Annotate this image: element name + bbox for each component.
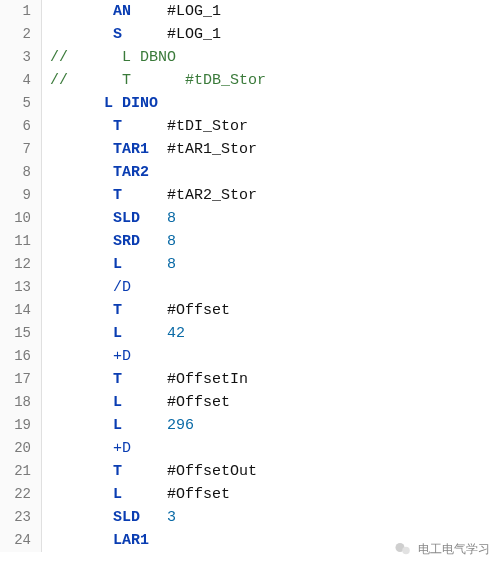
opcode: SLD	[113, 506, 167, 529]
line-number: 17	[0, 368, 42, 391]
operand: 8	[167, 230, 176, 253]
code-line[interactable]: 12 L8	[0, 253, 500, 276]
code-content[interactable]: TAR1#tAR1_Stor	[42, 138, 257, 161]
code-line[interactable]: 17 T#OffsetIn	[0, 368, 500, 391]
code-content[interactable]: T#OffsetIn	[42, 368, 248, 391]
line-number: 7	[0, 138, 42, 161]
code-line[interactable]: 23 SLD3	[0, 506, 500, 529]
code-content[interactable]: AN#LOG_1	[42, 0, 221, 23]
code-content[interactable]: S#LOG_1	[42, 23, 221, 46]
line-number: 15	[0, 322, 42, 345]
code-line[interactable]: 8 TAR2	[0, 161, 500, 184]
indent	[50, 253, 113, 276]
opcode: +D	[113, 345, 167, 368]
operand: 42	[167, 322, 185, 345]
code-line[interactable]: 2 S#LOG_1	[0, 23, 500, 46]
line-number: 6	[0, 115, 42, 138]
code-line[interactable]: 6 T#tDI_Stor	[0, 115, 500, 138]
operand: #Offset	[167, 483, 230, 506]
opcode: +D	[113, 437, 167, 460]
code-content[interactable]: L DINO	[42, 92, 158, 115]
code-content[interactable]: TAR2	[42, 161, 167, 184]
comment-text: // T #tDB_Stor	[50, 69, 266, 92]
code-content[interactable]: T#tAR2_Stor	[42, 184, 257, 207]
opcode: TAR2	[113, 161, 167, 184]
indent	[50, 276, 113, 299]
code-line[interactable]: 22 L#Offset	[0, 483, 500, 506]
opcode: L	[113, 414, 167, 437]
indent	[50, 92, 104, 115]
code-line[interactable]: 5 L DINO	[0, 92, 500, 115]
code-content[interactable]: L8	[42, 253, 176, 276]
line-number: 1	[0, 0, 42, 23]
code-content[interactable]: +D	[42, 437, 167, 460]
code-content[interactable]: L42	[42, 322, 185, 345]
code-content[interactable]: /D	[42, 276, 167, 299]
line-number: 24	[0, 529, 42, 552]
line-number: 11	[0, 230, 42, 253]
line-number: 23	[0, 506, 42, 529]
indent	[50, 529, 113, 552]
indent	[50, 322, 113, 345]
operand: #OffsetIn	[167, 368, 248, 391]
comment-text: // L DBNO	[50, 46, 176, 69]
line-number: 22	[0, 483, 42, 506]
code-line[interactable]: 21 T#OffsetOut	[0, 460, 500, 483]
line-number: 2	[0, 23, 42, 46]
code-line[interactable]: 15 L42	[0, 322, 500, 345]
opcode: L DINO	[104, 92, 158, 115]
code-content[interactable]: SRD8	[42, 230, 176, 253]
code-line[interactable]: 4// T #tDB_Stor	[0, 69, 500, 92]
indent	[50, 23, 113, 46]
code-line[interactable]: 13 /D	[0, 276, 500, 299]
code-content[interactable]: // L DBNO	[42, 46, 176, 69]
opcode: T	[113, 115, 167, 138]
indent	[50, 506, 113, 529]
opcode: T	[113, 460, 167, 483]
code-line[interactable]: 14 T#Offset	[0, 299, 500, 322]
code-content[interactable]: L#Offset	[42, 483, 230, 506]
code-content[interactable]: L296	[42, 414, 194, 437]
opcode: SRD	[113, 230, 167, 253]
opcode: L	[113, 322, 167, 345]
code-content[interactable]: T#Offset	[42, 299, 230, 322]
code-line[interactable]: 1 AN#LOG_1	[0, 0, 500, 23]
code-content[interactable]: T#tDI_Stor	[42, 115, 248, 138]
code-editor[interactable]: 1 AN#LOG_12 S#LOG_13// L DBNO4// T #tDB_…	[0, 0, 500, 566]
line-number: 9	[0, 184, 42, 207]
indent	[50, 414, 113, 437]
code-line[interactable]: 20 +D	[0, 437, 500, 460]
operand: #tDI_Stor	[167, 115, 248, 138]
code-line[interactable]: 3// L DBNO	[0, 46, 500, 69]
opcode: T	[113, 184, 167, 207]
operand: 296	[167, 414, 194, 437]
operand: 3	[167, 506, 176, 529]
code-line[interactable]: 19 L296	[0, 414, 500, 437]
code-content[interactable]: T#OffsetOut	[42, 460, 257, 483]
code-content[interactable]: SLD3	[42, 506, 176, 529]
opcode: LAR1	[113, 529, 167, 552]
opcode: L	[113, 483, 167, 506]
indent	[50, 230, 113, 253]
indent	[50, 0, 113, 23]
line-number: 13	[0, 276, 42, 299]
code-line[interactable]: 16 +D	[0, 345, 500, 368]
operand: #LOG_1	[167, 0, 221, 23]
code-content[interactable]: LAR1	[42, 529, 167, 552]
code-line[interactable]: 9 T#tAR2_Stor	[0, 184, 500, 207]
code-content[interactable]: L#Offset	[42, 391, 230, 414]
indent	[50, 391, 113, 414]
code-content[interactable]: +D	[42, 345, 167, 368]
indent	[50, 161, 113, 184]
code-content[interactable]: SLD8	[42, 207, 176, 230]
operand: #Offset	[167, 391, 230, 414]
code-line[interactable]: 11 SRD8	[0, 230, 500, 253]
operand: #tAR2_Stor	[167, 184, 257, 207]
code-line[interactable]: 10 SLD8	[0, 207, 500, 230]
indent	[50, 138, 113, 161]
code-line[interactable]: 7 TAR1#tAR1_Stor	[0, 138, 500, 161]
indent	[50, 115, 113, 138]
code-content[interactable]: // T #tDB_Stor	[42, 69, 266, 92]
opcode: T	[113, 299, 167, 322]
code-line[interactable]: 18 L#Offset	[0, 391, 500, 414]
